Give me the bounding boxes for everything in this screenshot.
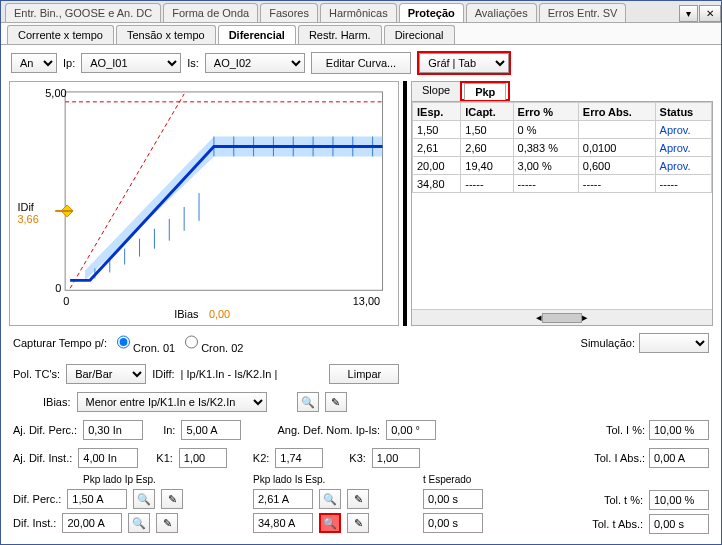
- col-erro-pct[interactable]: Erro %: [513, 103, 578, 121]
- k2-input[interactable]: [275, 448, 323, 468]
- edit-curve-button[interactable]: Editar Curva...: [311, 52, 411, 74]
- ajdifinst-input[interactable]: [78, 448, 138, 468]
- k3-input[interactable]: [372, 448, 420, 468]
- tolt-label: Tol. t %:: [604, 494, 643, 506]
- search-ip-inst-icon[interactable]: 🔍: [128, 513, 150, 533]
- toolbar: An Ip: AO_I01 Is: AO_I02 Editar Curva...…: [1, 45, 721, 81]
- svg-text:13,00: 13,00: [353, 295, 380, 307]
- svg-text:IBias: IBias: [174, 308, 199, 320]
- capture-label: Capturar Tempo p/:: [13, 337, 107, 349]
- table-row[interactable]: 34,80--------------------: [413, 175, 712, 193]
- col-icapt[interactable]: ICapt.: [461, 103, 513, 121]
- search-is-inst-icon[interactable]: 🔍: [319, 513, 341, 533]
- ajdifinst-label: Aj. Dif. Inst.:: [13, 452, 72, 464]
- ibias-label: IBias:: [43, 396, 71, 408]
- difperc-is-input[interactable]: [253, 489, 313, 509]
- tesp1-input[interactable]: [423, 489, 483, 509]
- ip-select[interactable]: AO_I01: [81, 53, 181, 73]
- tab-harmonicas[interactable]: Harmônicas: [320, 3, 397, 22]
- tab-diferencial[interactable]: Diferencial: [218, 25, 296, 44]
- toli-input[interactable]: [649, 420, 709, 440]
- col-status[interactable]: Status: [655, 103, 711, 121]
- table-row[interactable]: 2,612,600,383 %0,0100Aprov.: [413, 139, 712, 157]
- idiff-label: IDiff:: [152, 368, 174, 380]
- limpar-button[interactable]: Limpar: [329, 364, 399, 384]
- tab-direcional[interactable]: Direcional: [384, 25, 455, 44]
- ip-label: Ip:: [63, 57, 75, 69]
- svg-text:5,00: 5,00: [45, 87, 66, 99]
- toliabs-label: Tol. I Abs.:: [594, 452, 645, 464]
- sim-select[interactable]: [639, 333, 709, 353]
- tab-forma-onda[interactable]: Forma de Onda: [163, 3, 258, 22]
- k1-label: K1:: [156, 452, 173, 464]
- in-label: In:: [163, 424, 175, 436]
- svg-text:0,00: 0,00: [209, 308, 230, 320]
- tab-pkp[interactable]: Pkp: [464, 83, 506, 100]
- tesp-legend: t Esperado: [423, 474, 513, 485]
- an-select[interactable]: An: [11, 53, 57, 73]
- toltabs-label: Tol. t Abs.:: [592, 518, 643, 530]
- table-row[interactable]: 1,501,500 %Aprov.: [413, 121, 712, 139]
- ang-label: Ang. Def. Nom. Ip-Is:: [277, 424, 380, 436]
- cron02-radio[interactable]: Cron. 02: [185, 332, 243, 354]
- poltc-label: Pol. TC's:: [13, 368, 60, 380]
- splitter[interactable]: [403, 81, 407, 326]
- is-select[interactable]: AO_I02: [205, 53, 305, 73]
- brush-icon[interactable]: ✎: [325, 392, 347, 412]
- difperc-label: Dif. Perc.:: [13, 493, 61, 505]
- search-is-perc-icon[interactable]: 🔍: [319, 489, 341, 509]
- col-iesp[interactable]: IEsp.: [413, 103, 461, 121]
- ang-input[interactable]: [386, 420, 436, 440]
- tab-protecao[interactable]: Proteção: [399, 3, 464, 22]
- is-label: Is:: [187, 57, 199, 69]
- difinst-label: Dif. Inst.:: [13, 517, 56, 529]
- pkpis-legend: Pkp lado Is Esp.: [253, 474, 413, 485]
- col-erro-abs[interactable]: Erro Abs.: [578, 103, 655, 121]
- in-input[interactable]: [181, 420, 241, 440]
- svg-rect-0: [65, 92, 382, 290]
- sub-tab-bar: Corrente x tempo Tensão x tempo Diferenc…: [1, 23, 721, 45]
- dropdown-icon[interactable]: ▾: [679, 5, 698, 22]
- close-icon[interactable]: ✕: [699, 5, 721, 22]
- zoom-icon[interactable]: 🔍: [297, 392, 319, 412]
- top-tab-bar: Entr. Bin., GOOSE e An. DC Forma de Onda…: [1, 1, 721, 23]
- tab-fasores[interactable]: Fasores: [260, 3, 318, 22]
- edit-is-perc-icon[interactable]: ✎: [347, 489, 369, 509]
- k3-label: K3:: [349, 452, 366, 464]
- pkpip-legend: Pkp lado Ip Esp.: [83, 474, 243, 485]
- search-ip-perc-icon[interactable]: 🔍: [133, 489, 155, 509]
- edit-is-inst-icon[interactable]: ✎: [347, 513, 369, 533]
- ibias-select[interactable]: Menor entre Ip/K1.In e Is/K2.In: [77, 392, 267, 412]
- tolt-input[interactable]: [649, 490, 709, 510]
- tab-erros-sv[interactable]: Erros Entr. SV: [539, 3, 627, 22]
- svg-text:0: 0: [63, 295, 69, 307]
- diff-chart: 5,00 0 IDif 3,66 0 13,00 IBias 0,00: [9, 81, 399, 326]
- difinst-is-input[interactable]: [253, 513, 313, 533]
- svg-text:IDif: IDif: [18, 201, 35, 213]
- toli-label: Tol. I %:: [606, 424, 645, 436]
- tesp2-input[interactable]: [423, 513, 483, 533]
- tab-avaliacoes[interactable]: Avaliações: [466, 3, 537, 22]
- toliabs-input[interactable]: [649, 448, 709, 468]
- table-row[interactable]: 20,0019,403,00 %0,600Aprov.: [413, 157, 712, 175]
- k2-label: K2:: [253, 452, 270, 464]
- edit-ip-inst-icon[interactable]: ✎: [156, 513, 178, 533]
- sim-label: Simulação:: [581, 337, 635, 349]
- ajdifperc-input[interactable]: [83, 420, 143, 440]
- difperc-ip-input[interactable]: [67, 489, 127, 509]
- toltabs-input[interactable]: [649, 514, 709, 534]
- tab-tensao-tempo[interactable]: Tensão x tempo: [116, 25, 216, 44]
- k1-input[interactable]: [179, 448, 227, 468]
- poltc-select[interactable]: Bar/Bar: [66, 364, 146, 384]
- tab-restr-harm[interactable]: Restr. Harm.: [298, 25, 382, 44]
- tab-corrente-tempo[interactable]: Corrente x tempo: [7, 25, 114, 44]
- h-scrollbar[interactable]: ◂▸: [412, 309, 712, 325]
- idiff-formula: | Ip/K1.In - Is/K2.In |: [181, 368, 278, 380]
- edit-ip-perc-icon[interactable]: ✎: [161, 489, 183, 509]
- tab-slope[interactable]: Slope: [411, 81, 461, 101]
- tab-entr-bin[interactable]: Entr. Bin., GOOSE e An. DC: [5, 3, 161, 22]
- svg-text:0: 0: [55, 282, 61, 294]
- cron01-radio[interactable]: Cron. 01: [117, 332, 175, 354]
- difinst-ip-input[interactable]: [62, 513, 122, 533]
- graf-tab-select[interactable]: Gráf | Tab: [419, 53, 509, 73]
